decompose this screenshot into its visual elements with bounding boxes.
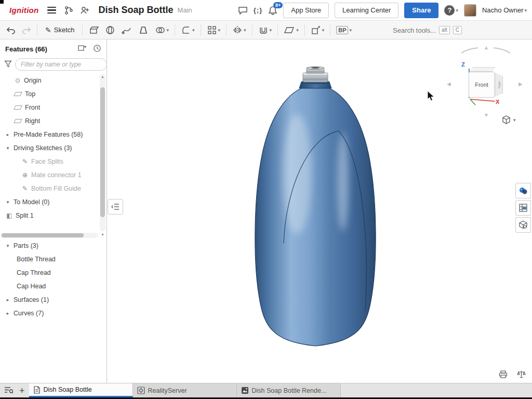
boolean-tool[interactable]: ▾ (153, 23, 171, 37)
folder-curves[interactable]: ▸ Curves (7) (0, 307, 107, 320)
render-spheres-button[interactable] (515, 183, 531, 198)
boolean-caret-icon: ▾ (166, 28, 169, 33)
chevron-down-icon: ▾ (4, 243, 11, 248)
part-item-cap-thread[interactable]: Cap Thread (0, 266, 107, 280)
fillet-tool[interactable]: ▾ (179, 23, 197, 37)
feature-item-top-plane[interactable]: Top (0, 87, 99, 101)
scale-icon[interactable] (517, 370, 526, 380)
feature-item-split-1[interactable]: ◧ Split 1 (0, 209, 99, 222)
mouse-cursor (427, 90, 435, 102)
part-item-bottle-thread[interactable]: Bottle Thread (0, 252, 107, 266)
tree-vertical-scrollbar[interactable]: ▲ (100, 74, 105, 231)
kbd-c: C (453, 26, 462, 34)
transform-caret-icon: ▾ (322, 28, 325, 33)
mirror-caret-icon: ▾ (244, 28, 246, 33)
tab-realityserver[interactable]: RealityServer (133, 383, 237, 397)
notifications-icon[interactable]: 8+ (268, 6, 277, 15)
folder-pre-made-features[interactable]: ▸ Pre-Made Features (58) (0, 128, 99, 141)
scene-table-button[interactable] (515, 200, 531, 216)
learning-center-button[interactable]: Learning Center (335, 3, 398, 18)
plane-tool[interactable]: ▾ (282, 23, 301, 37)
view-mode-button[interactable]: ▾ (502, 115, 516, 124)
featurescript-icon[interactable]: {;} (254, 6, 262, 14)
follow-mode-icon[interactable] (80, 6, 89, 15)
tab-dish-soap-bottle[interactable]: Dish Soap Bottle (29, 383, 133, 397)
feature-item-front-plane[interactable]: Front (0, 101, 99, 114)
feature-item-bottom-fill-guide[interactable]: ✎ Bottom Fill Guide (0, 182, 99, 195)
scroll-down-icon[interactable]: ▼ (101, 233, 104, 236)
avatar[interactable] (464, 4, 476, 17)
insert-feature-icon[interactable] (78, 44, 87, 54)
view-cube[interactable]: ▲ ◀ ▶ ▼ Z X Front Right (447, 46, 525, 118)
collapse-panel-button[interactable] (108, 199, 123, 215)
parts-list: ▾ Parts (3) Bottle Thread Cap Thread Cap… (0, 239, 107, 320)
app-logo[interactable]: Ignition (9, 6, 39, 15)
app-store-button[interactable]: App Store (283, 3, 329, 18)
help-menu[interactable]: ? ▾ (444, 5, 458, 16)
materials-cube-button[interactable] (515, 217, 531, 233)
bp-tool[interactable]: BP ▾ (334, 23, 354, 37)
mate-connector-icon: ⊕ (21, 171, 29, 179)
rotate-up-icon[interactable]: ▲ (484, 45, 489, 50)
split-icon: ◧ (5, 212, 14, 219)
transform-tool[interactable]: ▾ (309, 23, 327, 37)
rotate-left-icon[interactable]: ◀ (447, 81, 451, 87)
axis-z-label: Z (461, 61, 465, 68)
pattern-tool[interactable]: ▾ (205, 23, 223, 37)
shell-tool[interactable]: ▾ (256, 23, 274, 37)
share-button[interactable]: Share (404, 3, 438, 18)
printer-icon[interactable] (499, 370, 508, 380)
folder-driving-sketches[interactable]: ▾ Driving Sketches (3) (0, 141, 99, 155)
shell-caret-icon: ▾ (270, 28, 272, 33)
extrude-icon[interactable] (86, 23, 101, 37)
notification-badge: 8+ (273, 2, 283, 8)
view-cube-top-face[interactable] (470, 67, 496, 72)
scroll-up-icon[interactable]: ▲ (100, 75, 105, 78)
feature-item-mate-connector-1[interactable]: ⊕ Mate connector 1 (0, 168, 99, 182)
view-cube-front-face[interactable]: Front (469, 72, 495, 98)
viewport-corner-icons (499, 370, 526, 380)
search-tools[interactable]: Search tools... alt C (393, 21, 462, 39)
revolve-icon[interactable] (103, 23, 117, 37)
tab-label: RealityServer (148, 387, 187, 394)
tab-dish-soap-bottle-render[interactable]: Dish Soap Bottle Rende... (237, 383, 341, 397)
feature-item-right-plane[interactable]: Right (0, 114, 99, 128)
part-studio-icon (33, 386, 41, 394)
main-menu-icon[interactable] (45, 5, 58, 16)
filter-input[interactable] (15, 58, 107, 71)
sweep-icon[interactable] (119, 23, 134, 37)
scrollbar-thumb[interactable] (100, 87, 105, 217)
folder-parts[interactable]: ▾ Parts (3) (0, 239, 107, 252)
view-cube-right-face[interactable]: Right (495, 73, 503, 97)
filter-funnel-icon[interactable] (4, 60, 12, 69)
workspace-name[interactable]: Main (178, 6, 192, 14)
rotate-down-icon[interactable]: ▼ (484, 112, 489, 118)
user-menu[interactable]: Nacho Owner ▾ (482, 6, 527, 14)
tree-horizontal-scrollbar[interactable] (1, 233, 98, 238)
sketch-button[interactable]: ✎ Sketch (41, 23, 78, 37)
manage-tabs-icon[interactable] (4, 386, 13, 395)
bottle-model[interactable] (249, 65, 384, 351)
feature-item-origin[interactable]: ⊙ Origin (0, 74, 99, 87)
header-right-cluster: {;} 8+ App Store Learning Center Share ?… (238, 3, 527, 18)
model-viewport[interactable]: ▲ ◀ ▶ ▼ Z X Front Right ▾ (107, 39, 532, 383)
undo-button[interactable] (4, 23, 18, 37)
mirror-tool[interactable]: ▾ (230, 23, 248, 37)
versions-icon[interactable] (64, 6, 74, 15)
loft-icon[interactable] (136, 23, 151, 37)
new-tab-button[interactable]: + (19, 386, 25, 395)
render-image-icon (241, 387, 249, 394)
view-mode-caret-icon: ▾ (513, 117, 516, 123)
feature-toolbar: ✎ Sketch ▾ ▾ (0, 21, 532, 39)
folder-to-model[interactable]: ▾ To Model (0) (0, 195, 99, 209)
tab-label: Dish Soap Bottle (44, 386, 92, 393)
part-item-cap-head[interactable]: Cap Head (0, 280, 107, 293)
comments-icon[interactable] (238, 6, 248, 15)
redo-button[interactable] (20, 23, 33, 37)
folder-surfaces[interactable]: ▸ Surfaces (1) (0, 293, 107, 307)
help-caret-icon: ▾ (456, 8, 458, 13)
history-icon[interactable] (93, 44, 101, 54)
rotate-right-icon[interactable]: ▶ (518, 81, 523, 87)
feature-item-face-splits[interactable]: ✎ Face Splits (0, 155, 99, 168)
scrollbar-thumb[interactable] (2, 233, 84, 237)
